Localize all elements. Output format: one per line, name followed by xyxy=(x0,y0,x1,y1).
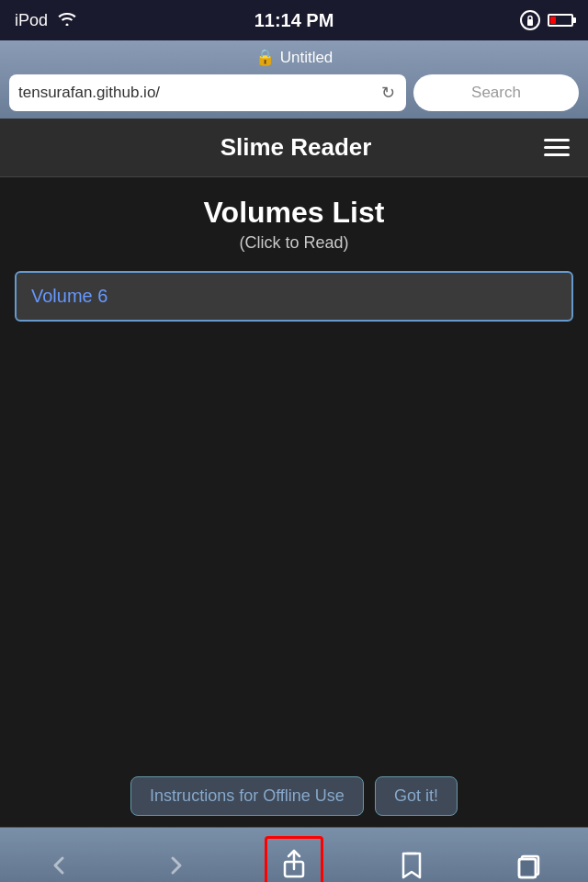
notification-bar: Instructions for Offline Use Got it! xyxy=(0,765,588,827)
hamburger-line-3 xyxy=(544,153,570,156)
click-subtitle: (Click to Read) xyxy=(15,233,573,253)
status-right xyxy=(520,10,573,30)
volume-item[interactable]: Volume 6 xyxy=(15,271,573,322)
page-title: Untitled xyxy=(280,49,334,67)
app-header: Slime Reader xyxy=(0,119,588,177)
hamburger-line-2 xyxy=(544,146,570,149)
wifi-icon xyxy=(57,11,77,30)
back-button[interactable] xyxy=(29,836,88,883)
device-name: iPod xyxy=(15,11,48,30)
search-bar[interactable]: Search xyxy=(413,74,579,111)
share-button[interactable] xyxy=(265,836,323,883)
offline-instructions-button[interactable]: Instructions for Offline Use xyxy=(130,776,364,816)
address-row: tensurafan.github.io/ ↻ Search xyxy=(9,74,579,111)
status-bar: iPod 11:14 PM xyxy=(0,0,588,40)
url-text: tensurafan.github.io/ xyxy=(18,84,160,102)
svg-rect-3 xyxy=(519,859,536,877)
bookmarks-button[interactable] xyxy=(382,836,441,883)
title-bar: 🔒 Untitled xyxy=(9,48,579,67)
lock-symbol: 🔒 xyxy=(255,48,275,67)
hamburger-button[interactable] xyxy=(540,135,573,160)
main-content: Volumes List (Click to Read) Volume 6 xyxy=(0,177,588,765)
status-left: iPod xyxy=(15,11,77,30)
battery-icon xyxy=(548,14,573,27)
app-title: Slime Reader xyxy=(51,133,540,162)
status-time: 11:14 PM xyxy=(254,10,334,31)
svg-rect-0 xyxy=(527,19,533,26)
forward-button[interactable] xyxy=(147,836,206,883)
tabs-button[interactable] xyxy=(500,836,559,883)
address-bar[interactable]: tensurafan.github.io/ ↻ xyxy=(9,74,406,111)
lock-rotation-icon xyxy=(520,10,540,30)
refresh-button[interactable]: ↻ xyxy=(379,81,397,105)
got-it-button[interactable]: Got it! xyxy=(375,776,458,816)
browser-toolbar xyxy=(0,827,588,882)
browser-chrome: 🔒 Untitled tensurafan.github.io/ ↻ Searc… xyxy=(0,40,588,119)
hamburger-line-1 xyxy=(544,139,570,141)
volumes-title: Volumes List xyxy=(15,196,573,230)
search-placeholder: Search xyxy=(471,84,521,102)
